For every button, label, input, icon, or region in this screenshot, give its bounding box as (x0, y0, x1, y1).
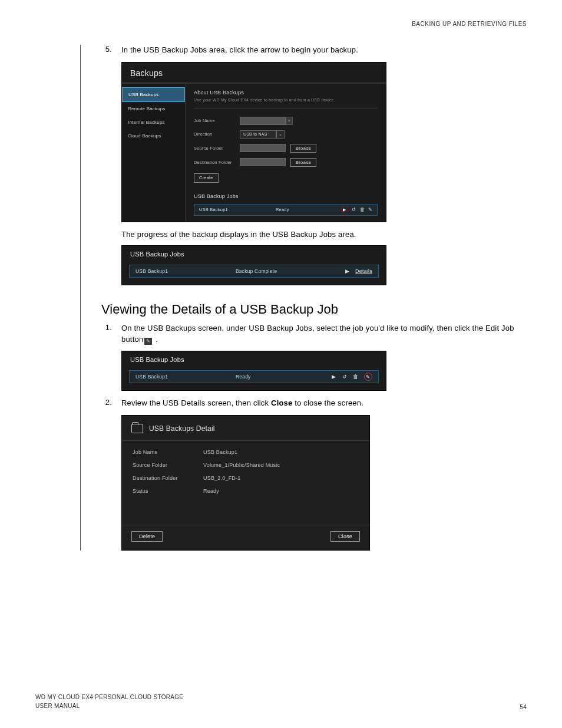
job-row-status: Ready (276, 207, 340, 212)
job-name-input[interactable] (240, 117, 286, 125)
detail-label-job-name: Job Name (133, 449, 203, 455)
progress-job-row[interactable]: USB Backup1 Backup Complete ▶ Details (129, 265, 379, 278)
step-5: 5. In the USB Backup Jobs area, click th… (101, 45, 527, 56)
screenshot-usb-backups-detail: USB Backups Detail Job NameUSB Backup1 S… (121, 415, 370, 551)
page-header-section: BACKING UP AND RETRIEVING FILES (35, 21, 527, 27)
detail-header: USB Backups Detail (122, 416, 369, 441)
progress-job-status: Backup Complete (236, 268, 345, 274)
footer-line2: USER MANUAL (35, 701, 183, 710)
backups-sidebar: USB Backups Remote Backups Internal Back… (122, 84, 186, 222)
delete-button[interactable]: Delete (131, 531, 163, 542)
edit-job-inline-icon: ✎ (144, 338, 152, 345)
screenshot-backups: Backups USB Backups Remote Backups Inter… (121, 62, 386, 222)
detail-label-status: Status (133, 488, 203, 494)
sidebar-item-cloud-backups[interactable]: Cloud Backups (122, 129, 185, 143)
footer-line1: WD MY CLOUD EX4 PERSONAL CLOUD STORAGE (35, 693, 183, 701)
about-usb-backups-text: Use your WD My Cloud EX4 device to backu… (194, 98, 378, 108)
backups-title: Backups (122, 62, 386, 83)
create-button[interactable]: Create (194, 173, 219, 183)
label-direction: Direction (194, 131, 240, 137)
browse-source-button[interactable]: Browse (290, 144, 316, 153)
detail-value-source: Volume_1/Public/Shared Music (203, 462, 280, 468)
usb-backup-job-row[interactable]: USB Backup1 Ready ▶ ↺ 🗑 ✎ (194, 204, 378, 216)
progress-job-name: USB Backup1 (135, 268, 236, 274)
step-2-text-b: to close the screen. (292, 398, 363, 407)
step-5-text: In the USB Backup Jobs area, click the a… (121, 45, 527, 56)
chevron-down-icon[interactable]: ⌄ (276, 130, 285, 139)
step-2-num: 2. (101, 398, 121, 409)
close-button[interactable]: Close (330, 531, 360, 542)
folder-icon (131, 424, 143, 433)
detail-label-source: Source Folder (133, 462, 203, 468)
screenshot-backup-progress: USB Backup Jobs USB Backup1 Backup Compl… (121, 245, 386, 285)
step-5b-text: The progress of the backup displays in t… (121, 229, 527, 241)
detail-title: USB Backups Detail (149, 424, 215, 433)
step-2-text-a: Review the USB Details screen, then clic… (121, 398, 271, 407)
play-icon-circled[interactable]: ▶ (340, 206, 348, 213)
detail-value-destination: USB_2.0_FD-1 (203, 475, 240, 481)
content-rule: 5. In the USB Backup Jobs area, click th… (80, 45, 527, 551)
play-icon[interactable]: ▶ (345, 268, 349, 274)
clear-job-name-icon[interactable]: × (286, 117, 293, 125)
job-ready-row[interactable]: USB Backup1 Ready ▶ ↺ 🗑 ✎ (129, 370, 379, 383)
step-5-num: 5. (101, 45, 121, 56)
recover-icon[interactable]: ↺ (342, 374, 347, 380)
sidebar-item-usb-backups[interactable]: USB Backups (122, 87, 185, 102)
job-ready-name: USB Backup1 (135, 374, 236, 380)
step-2: 2. Review the USB Details screen, then c… (101, 398, 527, 409)
edit-job-icon-circled[interactable]: ✎ (364, 373, 372, 381)
job-ready-title: USB Backup Jobs (122, 351, 386, 368)
edit-job-icon[interactable]: ✎ (368, 207, 372, 212)
details-link[interactable]: Details (355, 268, 372, 274)
sidebar-item-remote-backups[interactable]: Remote Backups (122, 102, 185, 116)
play-icon[interactable]: ▶ (332, 374, 336, 380)
step-2-bold-close: Close (271, 398, 292, 407)
step-1-num: 1. (101, 323, 121, 345)
detail-value-job-name: USB Backup1 (203, 449, 237, 455)
trash-icon[interactable]: 🗑 (360, 207, 365, 212)
detail-label-destination: Destination Folder (133, 475, 203, 481)
step-1-text-b: . (153, 335, 158, 344)
direction-select[interactable]: USB to NAS (240, 130, 276, 139)
destination-folder-input[interactable] (240, 158, 286, 166)
step-1-text-a: On the USB Backups screen, under USB Bac… (121, 324, 514, 344)
step-1: 1. On the USB Backups screen, under USB … (101, 323, 527, 345)
label-source-folder: Source Folder (194, 146, 240, 151)
label-destination-folder: Destination Folder (194, 160, 240, 165)
trash-icon[interactable]: 🗑 (353, 374, 358, 380)
detail-value-status: Ready (203, 488, 219, 494)
sidebar-item-internal-backups[interactable]: Internal Backups (122, 116, 185, 129)
usb-backup-jobs-heading: USB Backup Jobs (194, 193, 378, 199)
step-1-text: On the USB Backups screen, under USB Bac… (121, 323, 527, 345)
label-job-name: Job Name (194, 118, 240, 123)
progress-title: USB Backup Jobs (122, 246, 386, 262)
screenshot-job-ready: USB Backup Jobs USB Backup1 Ready ▶ ↺ 🗑 … (121, 351, 386, 391)
page-footer: WD MY CLOUD EX4 PERSONAL CLOUD STORAGE U… (35, 693, 527, 710)
recover-icon[interactable]: ↺ (352, 207, 356, 212)
page-number: 54 (520, 704, 527, 710)
step-2-text: Review the USB Details screen, then clic… (121, 398, 527, 409)
section-title-viewing-details: Viewing the Details of a USB Backup Job (101, 302, 527, 317)
job-row-name: USB Backup1 (199, 207, 276, 212)
job-ready-status: Ready (236, 374, 332, 380)
about-usb-backups-heading: About USB Backups (194, 90, 378, 95)
source-folder-input[interactable] (240, 144, 286, 152)
browse-destination-button[interactable]: Browse (290, 158, 316, 167)
